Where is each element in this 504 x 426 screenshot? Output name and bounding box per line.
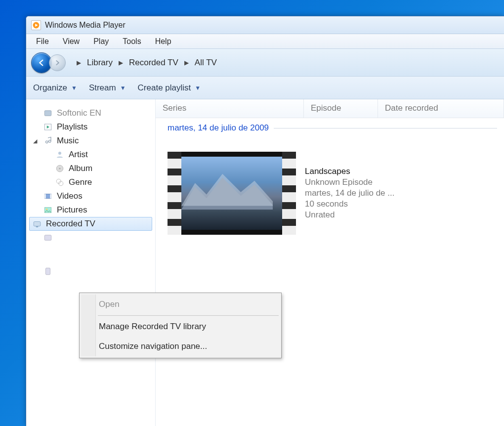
media-rating: Unrated [305,210,394,220]
sidebar-label: Playlists [57,122,87,132]
media-title: Landscapes [305,167,394,176]
expander-collapse-icon[interactable]: ◢ [33,138,37,144]
menubar: File View Play Tools Help [26,34,504,49]
organize-dropdown[interactable]: Organize ▼ [33,83,77,93]
sidebar-label: Genre [69,177,92,187]
command-bar: Organize ▼ Stream ▼ Create playlist ▼ [26,77,504,99]
main-pane: Series Episode Date recorded martes, 14 … [156,99,504,426]
content-area: Softonic EN Playlists ◢ Music Artist Alb… [26,99,504,426]
sidebar-label: Album [69,164,92,173]
menu-play[interactable]: Play [86,35,116,48]
chevron-down-icon: ▼ [71,85,77,91]
stream-label: Stream [89,83,116,93]
context-separator [98,315,279,316]
chevron-right-icon[interactable]: ▶ [116,59,126,66]
chevron-right-icon[interactable]: ▶ [74,59,84,66]
music-icon [43,136,53,146]
svg-point-12 [46,209,47,210]
media-metadata: Landscapes Unknown Episode martes, 14 de… [305,167,394,220]
chevron-down-icon: ▼ [120,85,126,91]
svg-rect-15 [44,235,51,241]
column-series[interactable]: Series [156,99,304,118]
media-item[interactable]: Landscapes Unknown Episode martes, 14 de… [156,136,504,242]
tv-icon [32,219,42,229]
video-icon [43,191,53,201]
library-icon [43,108,53,118]
media-episode: Unknown Episode [305,177,394,187]
chevron-down-icon: ▼ [195,85,201,91]
app-window: Windows Media Player File View Play Tool… [26,16,504,426]
svg-rect-9 [44,194,45,199]
navigation-pane: Softonic EN Playlists ◢ Music Artist Alb… [26,99,156,426]
sidebar-item-device[interactable] [29,264,152,278]
svg-rect-13 [34,222,41,226]
svg-point-5 [59,168,61,170]
sidebar-item-other[interactable] [29,231,152,245]
group-header[interactable]: martes, 14 de julio de 2009 [156,118,504,136]
sidebar-label: Videos [57,191,83,201]
column-date[interactable]: Date recorded [378,99,504,118]
svg-rect-1 [44,111,51,116]
nav-buttons [31,52,66,73]
group-divider [274,128,497,128]
playlist-icon [43,122,53,132]
sidebar-label: Recorded TV [46,219,95,229]
genre-icon [55,177,65,187]
sidebar-item-genre[interactable]: Genre [29,175,152,189]
navigation-bar: ▶ Library ▶ Recorded TV ▶ All TV [26,49,504,77]
sidebar-item-videos[interactable]: Videos [29,189,152,203]
menu-tools[interactable]: Tools [116,35,148,48]
svg-rect-14 [36,226,39,227]
create-playlist-dropdown[interactable]: Create playlist ▼ [138,83,201,93]
breadcrumb: ▶ Library ▶ Recorded TV ▶ All TV [74,57,219,69]
menu-file[interactable]: File [29,35,56,48]
sidebar-label: Artist [69,150,88,160]
sidebar-item-playlists[interactable]: Playlists [29,120,152,134]
media-duration: 10 seconds [305,199,394,209]
mountain-graphic [181,173,273,210]
thumbnail-image [181,157,282,230]
sidebar-item-album[interactable]: Album [29,162,152,175]
svg-rect-16 [46,268,50,275]
sidebar-item-pictures[interactable]: Pictures [29,203,152,217]
svg-rect-10 [50,194,51,199]
create-playlist-label: Create playlist [138,83,191,93]
library-icon [43,233,53,243]
sidebar-label: Music [57,136,79,146]
chevron-right-icon[interactable]: ▶ [181,59,192,66]
device-icon [43,266,53,276]
sidebar-item-music[interactable]: ◢ Music [29,134,152,148]
media-date: martes, 14 de julio de ... [305,188,394,198]
pictures-icon [43,205,53,215]
breadcrumb-all-tv[interactable]: All TV [193,57,219,69]
window-title: Windows Media Player [45,21,126,30]
sidebar-item-recorded-tv[interactable]: Recorded TV [29,217,152,231]
context-customize-nav[interactable]: Customize navigation pane... [81,337,280,356]
album-icon [55,164,65,173]
column-episode[interactable]: Episode [304,99,378,118]
breadcrumb-library[interactable]: Library [85,57,115,69]
context-open: Open [81,295,280,314]
context-menu: Open Manage Recorded TV library Customiz… [79,293,282,358]
stream-dropdown[interactable]: Stream ▼ [89,83,126,93]
sidebar-label: Pictures [57,205,87,215]
context-manage-library[interactable]: Manage Recorded TV library [81,317,280,337]
organize-label: Organize [33,83,67,93]
video-thumbnail [168,152,296,235]
menu-view[interactable]: View [56,35,86,48]
svg-point-3 [58,152,61,155]
sidebar-label: Softonic EN [57,108,101,118]
artist-icon [55,150,65,160]
menu-help[interactable]: Help [148,35,178,48]
breadcrumb-recorded-tv[interactable]: Recorded TV [127,57,180,69]
wmp-app-icon [31,20,41,30]
forward-button[interactable] [49,54,66,71]
titlebar: Windows Media Player [26,16,504,34]
sidebar-item-softonic[interactable]: Softonic EN [29,106,152,120]
group-date-label: martes, 14 de julio de 2009 [168,123,269,133]
sidebar-item-artist[interactable]: Artist [29,148,152,162]
column-headers: Series Episode Date recorded [156,99,504,118]
